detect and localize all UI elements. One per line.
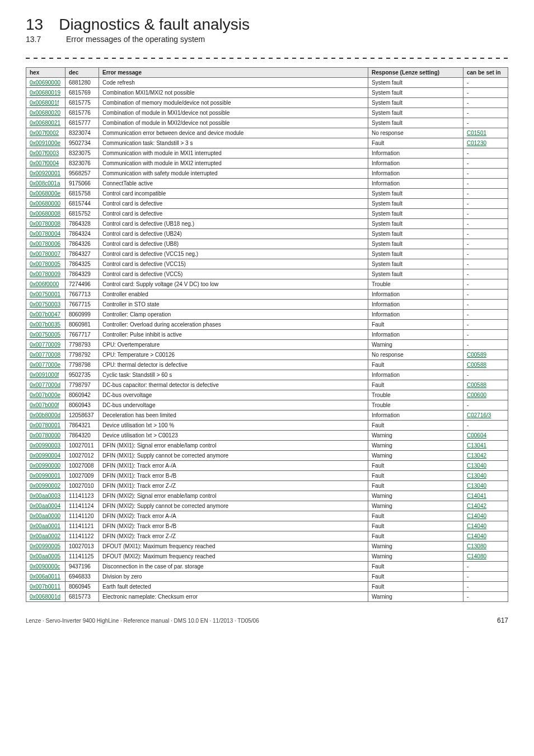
set-link[interactable]: C14080 [467,553,486,559]
cell-response: Trouble [368,390,463,400]
hex-link[interactable]: 0x00990002 [30,483,60,489]
cell-response: No response [368,128,463,138]
cell-hex: 0x00990003 [26,441,65,451]
set-link[interactable]: C00589 [467,352,486,358]
cell-hex: 0x00990004 [26,451,65,461]
set-link[interactable]: C00588 [467,362,486,368]
cell-error-message: DFIN (MXI1): Track error Z-/Z [99,481,368,491]
hex-link[interactable]: 0x00780004 [30,231,60,237]
hex-link[interactable]: 0x00780001 [30,422,60,428]
hex-link[interactable]: 0x00b8000d [30,412,60,418]
set-link[interactable]: C00600 [467,392,486,398]
set-link[interactable]: C02716/3 [467,412,491,418]
cell-can-be-set-in: - [463,118,508,128]
cell-error-message: Disconnection in the case of par. storag… [99,562,368,572]
set-link[interactable]: C13080 [467,543,486,549]
hex-link[interactable]: 0x00680000 [30,200,60,207]
hex-link[interactable]: 0x00770009 [30,342,60,348]
cell-hex: 0x007b0011 [26,582,65,592]
cell-response: System fault [368,78,463,88]
cell-dec: 6815777 [65,118,99,128]
set-link[interactable]: C00604 [467,432,486,438]
hex-link[interactable]: 0x007f0003 [30,150,59,156]
cell-hex: 0x007b000e [26,390,65,400]
hex-link[interactable]: 0x007b000e [30,392,60,398]
cell-can-be-set-in: C13080 [463,542,508,552]
hex-link[interactable]: 0x00aa0000 [30,513,60,519]
table-row: 0x00aa000411141124DFIN (MXI2): Supply ca… [26,501,508,511]
hex-link[interactable]: 0x007b000f [30,402,59,408]
hex-link[interactable]: 0x007f0002 [30,130,59,136]
hex-link[interactable]: 0x00750003 [30,301,60,307]
set-link[interactable]: C00588 [467,382,486,388]
hex-link[interactable]: 0x00990000 [30,463,60,469]
hex-link[interactable]: 0x0091000f [30,372,59,378]
set-link[interactable]: C14040 [467,523,486,529]
hex-link[interactable]: 0x00780006 [30,241,60,247]
hex-link[interactable]: 0x007b0035 [30,321,60,328]
hex-link[interactable]: 0x0068001f [30,100,59,106]
hex-link[interactable]: 0x00aa0005 [30,553,60,559]
hex-link[interactable]: 0x0077000d [30,382,60,388]
hex-link[interactable]: 0x0068000e [30,190,60,197]
cell-dec: 11141124 [65,501,99,511]
set-link[interactable]: C14040 [467,533,486,539]
cell-response: Information [368,310,463,320]
hex-link[interactable]: 0x00680021 [30,120,60,126]
hex-link[interactable]: 0x00680008 [30,211,60,217]
set-link[interactable]: C13040 [467,483,486,489]
hex-link[interactable]: 0x008c001a [30,180,60,186]
hex-link[interactable]: 0x0091000e [30,140,60,146]
hex-link[interactable]: 0x00780007 [30,251,60,257]
cell-hex: 0x008c001a [26,179,65,189]
hex-link[interactable]: 0x007b0011 [30,584,60,590]
hex-link[interactable]: 0x00750005 [30,332,60,338]
hex-link[interactable]: 0x00990001 [30,473,60,479]
hex-link[interactable]: 0x0068001d [30,594,60,600]
set-link[interactable]: C13042 [467,452,486,459]
hex-link[interactable]: 0x00990004 [30,452,60,459]
hex-link[interactable]: 0x00780005 [30,261,60,267]
set-link[interactable]: C14040 [467,513,486,519]
cell-error-message: DFIN (MXI2): Track error Z-/Z [99,531,368,542]
cell-response: Information [368,410,463,421]
set-link[interactable]: C01230 [467,140,486,146]
hex-link[interactable]: 0x00680020 [30,110,60,116]
cell-hex: 0x00770009 [26,340,65,350]
cell-dec: 10027013 [65,542,99,552]
cell-error-message: Controller in STO state [99,300,368,310]
cell-hex: 0x00680019 [26,88,65,98]
hex-link[interactable]: 0x00aa0004 [30,503,60,509]
cell-dec: 7798797 [65,380,99,390]
table-row: 0x007800077864327Control card is defecti… [26,249,508,259]
hex-link[interactable]: 0x00780000 [30,432,60,438]
hex-link[interactable]: 0x00780008 [30,221,60,227]
hex-link[interactable]: 0x00aa0002 [30,533,60,539]
hex-link[interactable]: 0x00920001 [30,170,60,176]
hex-link[interactable]: 0x00750001 [30,291,60,297]
hex-link[interactable]: 0x006f0000 [30,281,59,287]
set-link[interactable]: C13040 [467,473,486,479]
cell-dec: 8060999 [65,310,99,320]
cell-hex: 0x0077000d [26,380,65,390]
hex-link[interactable]: 0x00770008 [30,352,60,358]
hex-link[interactable]: 0x00990003 [30,442,60,449]
hex-link[interactable]: 0x00680019 [30,90,60,96]
hex-link[interactable]: 0x007b0047 [30,311,60,318]
hex-link[interactable]: 0x00aa0001 [30,523,60,529]
set-link[interactable]: C13040 [467,463,486,469]
set-link[interactable]: C01501 [467,130,486,136]
table-row: 0x007700097798793CPU: OvertemperatureWar… [26,340,508,350]
hex-link[interactable]: 0x0090000c [30,563,60,570]
set-link[interactable]: C14041 [467,493,486,499]
hex-link[interactable]: 0x00780009 [30,271,60,277]
hex-link[interactable]: 0x00aa0003 [30,493,60,499]
set-link[interactable]: C14042 [467,503,486,509]
hex-link[interactable]: 0x00690000 [30,80,60,86]
hex-link[interactable]: 0x00990005 [30,543,60,549]
set-link[interactable]: C13041 [467,442,486,449]
hex-link[interactable]: 0x0077000e [30,362,60,368]
hex-link[interactable]: 0x006a0011 [30,573,60,580]
hex-link[interactable]: 0x007f0004 [30,160,59,166]
cell-can-be-set-in: - [463,340,508,350]
